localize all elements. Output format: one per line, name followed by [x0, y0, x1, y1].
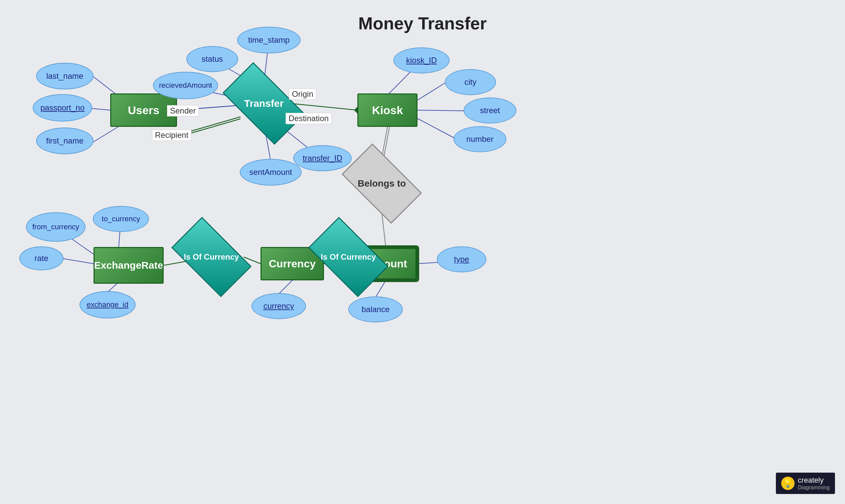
attr-balance: balance — [348, 296, 403, 322]
page-title: Money Transfer — [358, 13, 487, 33]
svg-line-14 — [418, 110, 464, 111]
svg-line-30 — [279, 281, 292, 294]
rel-origin: Origin — [289, 88, 316, 100]
svg-line-24 — [64, 259, 93, 264]
svg-line-2 — [291, 104, 357, 110]
attr-time-stamp: time_stamp — [237, 27, 301, 53]
attr-from-currency: from_currency — [26, 212, 86, 242]
rel-sender: Sender — [167, 105, 199, 116]
rel-destination: Destination — [285, 113, 332, 124]
attr-passport-no: passport_no — [33, 94, 92, 122]
svg-line-10 — [92, 108, 110, 110]
creately-bulb-icon: 💡 — [781, 476, 795, 490]
diagram-container: Money Transfer — [0, 0, 845, 504]
creately-tagline: Diagramming — [798, 485, 830, 491]
creately-logo: 💡 creately Diagramming — [776, 473, 835, 494]
attr-recieved-amount: recievedAmount — [153, 72, 218, 99]
attr-street: street — [463, 97, 516, 124]
attr-first-name: first_name — [36, 127, 93, 154]
svg-line-13 — [418, 83, 446, 100]
creately-brand: creately — [798, 476, 830, 485]
attr-kiosk-id: kiosk_ID — [393, 48, 450, 73]
attr-currency: currency — [251, 293, 306, 319]
entity-exchange-rate: ExchangeRate — [93, 247, 164, 284]
svg-line-32 — [376, 281, 386, 297]
attr-number: number — [454, 126, 506, 152]
svg-line-15 — [418, 119, 457, 139]
attr-sent-amount: sentAmount — [240, 159, 302, 185]
diamond-belongs-to: Belongs to — [347, 162, 417, 205]
attr-to-currency: to_currency — [93, 206, 149, 232]
attr-rate: rate — [19, 246, 64, 270]
attr-type: type — [437, 246, 486, 272]
attr-last-name: last_name — [36, 63, 93, 89]
diamond-is-of-currency-left: Is Of Currency — [176, 235, 246, 279]
diamond-is-of-currency-right: Is Of Currency — [313, 235, 383, 279]
attr-status: status — [187, 46, 238, 72]
rel-recipient: Recipient — [152, 129, 191, 141]
attr-exchange-id: exchange_id — [80, 291, 136, 319]
attr-transfer-id: transfer_ID — [293, 145, 352, 171]
entity-kiosk: Kiosk — [357, 93, 418, 127]
attr-city: city — [445, 69, 496, 95]
